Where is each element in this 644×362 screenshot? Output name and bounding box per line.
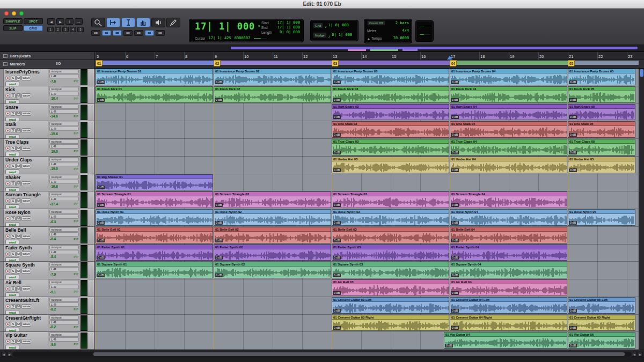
track-volume[interactable]: -7.9: [50, 272, 56, 276]
clip-gain-badge[interactable]: 0 dB: [333, 326, 341, 330]
audio-clip[interactable]: 01 Knob Kick 020 dB: [214, 86, 331, 103]
track-lane[interactable]: 01 Knob Kick 010 dB01 Knob Kick 020 dB01…: [94, 86, 639, 104]
track-lane[interactable]: 01 Big Shaker 010 dB: [94, 174, 639, 192]
zoom-preset-5[interactable]: 5: [77, 27, 84, 32]
audio-clip[interactable]: 01 Hurt Snare 030 dB: [332, 104, 449, 121]
track-view-selector[interactable]: wave: [21, 128, 31, 133]
zoom-out-icon[interactable]: [47, 18, 55, 25]
track-name[interactable]: InsrncPrtyDrms: [5, 69, 47, 75]
record-enable-button[interactable]: [5, 111, 10, 116]
record-enable-button[interactable]: [5, 304, 10, 309]
horizontal-zoom-icon[interactable]: [75, 18, 83, 25]
mute-button[interactable]: M: [16, 198, 21, 203]
audio-clip[interactable]: 01 Knob Kick 040 dB: [450, 86, 567, 103]
clip-gain-badge[interactable]: 0 dB: [333, 98, 341, 102]
count-off-value[interactable]: 2 bars: [396, 21, 409, 25]
track-color-tab[interactable]: [0, 209, 4, 226]
track-volume[interactable]: -10.4: [50, 97, 58, 100]
track-header[interactable]: Air BellSMwavereadnoinputL-R-9.1P P: [0, 279, 94, 297]
track-output-selector[interactable]: L-R: [49, 337, 79, 342]
automation-mode-button[interactable]: read: [5, 257, 19, 262]
solo-button[interactable]: S: [11, 322, 16, 327]
clip-gain-badge[interactable]: 0 dB: [215, 203, 223, 207]
track-output-selector[interactable]: L-R: [49, 302, 79, 307]
track-volume[interactable]: -6.3: [50, 220, 56, 224]
track-view-selector[interactable]: wave: [21, 252, 31, 256]
clip-gain-badge[interactable]: 0 dB: [569, 168, 577, 172]
solo-button[interactable]: S: [11, 269, 16, 274]
vertical-scrollbar[interactable]: [639, 69, 644, 350]
audio-clip[interactable]: 01 Under Hat 050 dB: [568, 157, 635, 173]
audio-clip[interactable]: 01 Square Synth 020 dB: [214, 262, 331, 278]
audio-clip[interactable]: 01 Scream Triangle 040 dB: [450, 191, 567, 208]
track-color-tab[interactable]: [0, 262, 4, 279]
track-volume[interactable]: -8.2: [50, 307, 56, 311]
selection-end-value[interactable]: 17| 1| 000: [277, 25, 300, 30]
solo-button[interactable]: S: [11, 198, 16, 203]
bars-beats-ruler[interactable]: Bars|Beats 56789101112131415161718192021…: [0, 52, 644, 60]
edit-mode-grid[interactable]: GRID: [24, 25, 43, 31]
selector-tool-button[interactable]: [121, 18, 135, 27]
track-header[interactable]: Under ClapsSMwavereadnoinputL-R-19.0P P: [0, 157, 94, 174]
pan-indicator[interactable]: P P: [74, 79, 78, 83]
automation-mode-button[interactable]: read: [5, 169, 19, 174]
track-lane[interactable]: 01 Air Bell 030 dB01 Air Bell 040 dB: [94, 279, 639, 297]
audio-clip[interactable]: 01 Vip Guitar 040 dB: [444, 332, 567, 349]
track-lane[interactable]: 01 Belle Bell 010 dB01 Belle Bell 020 dB…: [94, 227, 639, 245]
pan-indicator[interactable]: P P: [74, 326, 78, 329]
pan-indicator[interactable]: P P: [74, 97, 78, 100]
track-lane[interactable]: 01 Vip Guitar 040 dB01 Vip Guitar 050 dB: [94, 332, 639, 350]
marker-flag[interactable]: 05: [568, 60, 575, 67]
audio-clip[interactable]: 01 Cresent Guitar 03 Left0 dB: [332, 297, 449, 314]
track-color-tab[interactable]: [0, 332, 4, 349]
track-name[interactable]: Fader Synth: [5, 245, 47, 250]
track-color-tab[interactable]: [0, 297, 4, 314]
audio-clip[interactable]: 01 Insurance Party Drums 020 dB: [214, 69, 331, 85]
track-name[interactable]: Shaker: [5, 175, 47, 180]
clip-gain-badge[interactable]: 0 dB: [97, 98, 105, 102]
track-lane[interactable]: 01 Fader Synth 010 dB01 Fader Synth 020 …: [94, 245, 639, 262]
automation-mode-button[interactable]: read: [5, 134, 19, 138]
track-header[interactable]: Rose NylonSMwavereadnoinputL-R-6.3P P: [0, 209, 94, 227]
audio-clip[interactable]: 01 Cresent Guitar 04 Left0 dB: [450, 297, 567, 314]
pan-indicator[interactable]: P P: [74, 167, 78, 171]
audio-clip[interactable]: 01 One Stalk 040 dB: [450, 121, 567, 138]
pan-indicator[interactable]: P P: [74, 272, 78, 276]
audio-clip[interactable]: 01 Cresent Guitar 04 Right0 dB: [450, 315, 567, 331]
track-volume[interactable]: -16.6: [50, 184, 58, 188]
clip-gain-badge[interactable]: 0 dB: [333, 151, 341, 154]
universe-scroll-thumb[interactable]: [231, 47, 638, 49]
audio-clip[interactable]: 01 Rose Nylon 050 dB: [568, 209, 635, 226]
audio-clip[interactable]: 01 Insurance Party Drums 050 dB: [568, 69, 635, 85]
audio-zoom-icon[interactable]: [65, 18, 74, 25]
automation-mode-button[interactable]: read: [5, 152, 19, 156]
track-input-selector[interactable]: noinput: [49, 105, 79, 109]
track-output-selector[interactable]: L-R: [49, 74, 79, 78]
track-volume[interactable]: -7.6: [50, 79, 56, 83]
track-header[interactable]: Belle BellSMwavereadnoinputL-R-8.4P P: [0, 227, 94, 245]
track-name[interactable]: CresentGtrRight: [5, 315, 47, 321]
audio-clip[interactable]: 01 Insurance Party Drums 040 dB: [450, 69, 567, 85]
solo-button[interactable]: S: [11, 339, 16, 344]
zoom-preset-3[interactable]: 3: [62, 27, 69, 32]
track-input-selector[interactable]: noinput: [49, 298, 79, 302]
scroll-left-end-icon[interactable]: ◀: [632, 352, 637, 357]
record-enable-button[interactable]: [5, 339, 10, 344]
clip-gain-badge[interactable]: 0 dB: [569, 326, 577, 330]
track-output-selector[interactable]: L-R: [49, 127, 79, 131]
pan-indicator[interactable]: P P: [74, 343, 78, 346]
link-track-selection-icon[interactable]: [113, 30, 122, 36]
track-view-selector[interactable]: wave: [21, 164, 31, 168]
track-volume[interactable]: -8.4: [50, 237, 56, 241]
audio-clip[interactable]: 01 Knob Kick 030 dB: [332, 86, 449, 103]
audio-clip[interactable]: 01 Rose Nylon 040 dB: [450, 209, 567, 226]
audio-clip[interactable]: 01 Belle Bell 010 dB: [96, 227, 213, 243]
clip-gain-badge[interactable]: 0 dB: [451, 168, 459, 172]
track-input-selector[interactable]: noinput: [49, 69, 79, 73]
pan-indicator[interactable]: P P: [74, 255, 78, 258]
link-timeline-selection-icon[interactable]: [102, 30, 111, 36]
record-enable-button[interactable]: [5, 252, 10, 256]
clip-gain-badge[interactable]: 0 dB: [333, 168, 341, 172]
nudge-mode-button[interactable]: Nudge: [313, 32, 327, 38]
track-lane[interactable]: 01 Under Hat 030 dB01 Under Hat 040 dB01…: [94, 157, 639, 174]
